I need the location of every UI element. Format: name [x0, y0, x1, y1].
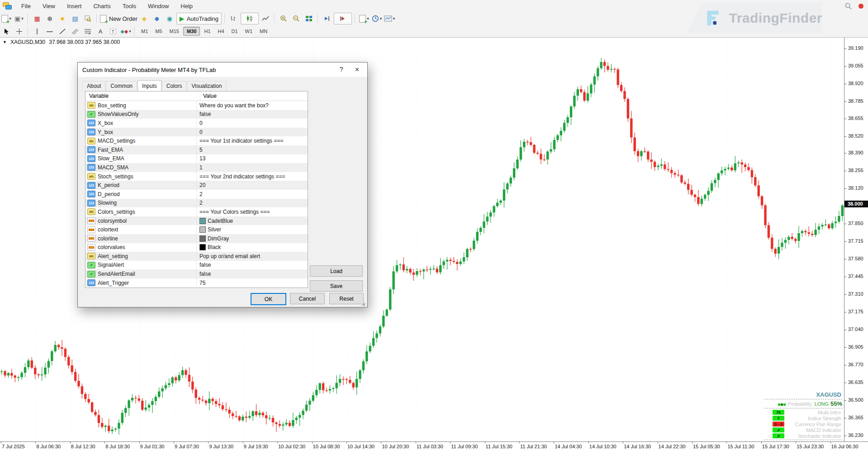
- channel-button[interactable]: [69, 26, 81, 37]
- metaeditor-button[interactable]: ◈: [138, 13, 150, 24]
- param-value[interactable]: DimGray: [196, 234, 308, 243]
- param-row-alert_trigger[interactable]: 123Alert_Trigger75: [85, 278, 308, 288]
- line-chart-button[interactable]: [260, 13, 271, 24]
- param-row-colors_settings[interactable]: abColors_settings=== Your Colors setting…: [85, 207, 308, 216]
- price-axis[interactable]: 39.19039.05538.92038.78538.65538.52038.3…: [844, 37, 868, 441]
- save-button[interactable]: Save: [310, 280, 363, 292]
- param-value[interactable]: 2: [196, 190, 308, 199]
- param-row-alert_setting[interactable]: abAlert_settingPop up or/and email alert: [85, 252, 308, 261]
- new-chart-button[interactable]: ▾: [0, 13, 12, 24]
- zoom-out-button[interactable]: [290, 13, 302, 24]
- auto-scroll-button[interactable]: [321, 13, 333, 24]
- param-value[interactable]: 2: [196, 199, 308, 208]
- load-button[interactable]: Load: [310, 265, 363, 277]
- param-row-stoch_settings[interactable]: abStoch_settings=== Your 2nd indicator s…: [85, 172, 308, 181]
- param-value[interactable]: 13: [196, 154, 308, 163]
- profiles-button[interactable]: ▣▾: [13, 13, 25, 24]
- param-row-d_period[interactable]: 123D_period2: [85, 190, 308, 199]
- param-row-colorvalues[interactable]: colorvaluesBlack: [85, 243, 308, 252]
- param-value[interactable]: 20: [196, 181, 308, 190]
- menu-item-view[interactable]: View: [37, 1, 61, 11]
- chart-symbol-label[interactable]: ▼ XAGUSD,M30 37.968 38.003 37.965 38.000: [3, 39, 120, 45]
- param-row-signalalert[interactable]: ✓SignalAlertfalse: [85, 261, 308, 270]
- vertical-line-button[interactable]: [31, 26, 43, 37]
- tab-common[interactable]: Common: [106, 81, 137, 91]
- param-row-colortext[interactable]: colortextSilver: [85, 225, 308, 234]
- param-row-slow_ema[interactable]: 123Slow_EMA13: [85, 154, 308, 163]
- bar-chart-button[interactable]: [228, 13, 240, 24]
- param-value[interactable]: Silver: [196, 225, 308, 234]
- cancel-button[interactable]: Cancel: [290, 293, 325, 304]
- strategy-tester-button[interactable]: [82, 13, 94, 24]
- param-row-fast_ema[interactable]: 123Fast_EMA5: [85, 145, 308, 154]
- candlestick-chart-button[interactable]: [241, 13, 259, 24]
- menu-item-file[interactable]: File: [15, 1, 37, 11]
- param-value[interactable]: 75: [196, 278, 308, 288]
- param-value[interactable]: false: [196, 269, 308, 278]
- search-icon[interactable]: [844, 2, 852, 10]
- menu-item-window[interactable]: Window: [142, 1, 175, 11]
- periods-button[interactable]: ▾: [371, 13, 383, 24]
- timeframe-button-m15[interactable]: M15: [166, 27, 182, 35]
- menu-item-tools[interactable]: Tools: [117, 1, 142, 11]
- news-button[interactable]: ◉: [164, 13, 175, 24]
- param-row-k_period[interactable]: 123K_period20: [85, 181, 308, 190]
- zoom-in-button[interactable]: [278, 13, 289, 24]
- param-value[interactable]: === Your 2nd indicator settings ===: [196, 172, 308, 181]
- data-window-button[interactable]: ⊕: [44, 13, 56, 24]
- param-value[interactable]: 1: [196, 163, 308, 172]
- param-row-sendalertemail[interactable]: ✓SendAlertEmailfalse: [85, 269, 308, 278]
- timeframe-button-mn[interactable]: MN: [256, 27, 270, 35]
- fibonacci-button[interactable]: F: [82, 26, 94, 37]
- param-row-slowing[interactable]: 123Slowing2: [85, 199, 308, 208]
- reset-button[interactable]: Reset: [329, 293, 364, 304]
- tab-inputs[interactable]: Inputs: [138, 80, 161, 91]
- param-row-colorline[interactable]: colorlineDimGray: [85, 234, 308, 243]
- tile-windows-button[interactable]: [303, 13, 315, 24]
- terminal-button[interactable]: ▤: [69, 13, 81, 24]
- param-value[interactable]: false: [196, 110, 308, 119]
- indicators-button[interactable]: ▾: [358, 13, 370, 24]
- param-value[interactable]: === Your 1st indicator settings ===: [196, 136, 308, 145]
- time-axis[interactable]: 7 Jul 20258 Jul 06:308 Jul 12:308 Jul 18…: [0, 441, 868, 451]
- timeframe-button-m5[interactable]: M5: [152, 27, 165, 35]
- dialog-title-bar[interactable]: Custom Indicator - Probability Meter MT4…: [78, 62, 367, 77]
- chart-shift-button[interactable]: [334, 13, 352, 24]
- menu-item-help[interactable]: Help: [175, 1, 199, 11]
- cursor-button[interactable]: [0, 26, 12, 37]
- param-row-x_box[interactable]: 123X_box0: [85, 119, 308, 128]
- resize-grip[interactable]: ◢: [362, 302, 366, 306]
- tab-colors[interactable]: Colors: [162, 81, 187, 91]
- param-value[interactable]: false: [196, 261, 308, 270]
- autotrading-button[interactable]: ▶ AutoTrading: [176, 13, 222, 24]
- timeframe-button-w1[interactable]: W1: [242, 27, 256, 35]
- tab-visualization[interactable]: Visualization: [187, 81, 226, 91]
- timeframe-button-h4[interactable]: H4: [214, 27, 227, 35]
- menu-item-insert[interactable]: Insert: [61, 1, 88, 11]
- param-value[interactable]: Where do you want the box?: [196, 101, 308, 110]
- param-row-colorsymbol[interactable]: colorsymbolCadetBlue: [85, 216, 308, 226]
- timeframe-button-h1[interactable]: H1: [201, 27, 213, 35]
- market-watch-button[interactable]: ▦: [31, 13, 43, 24]
- menu-item-charts[interactable]: Charts: [87, 1, 116, 11]
- param-row-macd_settings[interactable]: abMACD_settings=== Your 1st indicator se…: [85, 136, 308, 145]
- tab-about[interactable]: About: [82, 81, 105, 91]
- community-button[interactable]: ☻: [151, 13, 163, 24]
- param-row-macd_sma[interactable]: 123MACD_SMA1: [85, 163, 308, 172]
- ok-button[interactable]: OK: [251, 293, 286, 305]
- new-order-button[interactable]: New Order: [100, 13, 138, 24]
- timeframe-button-d1[interactable]: D1: [228, 27, 241, 35]
- param-row-y_box[interactable]: 123Y_box0: [85, 128, 308, 137]
- param-value[interactable]: Black: [196, 243, 308, 252]
- help-button[interactable]: ?: [340, 66, 343, 74]
- param-value[interactable]: 0: [196, 128, 308, 137]
- text-label-button[interactable]: T: [107, 26, 119, 37]
- param-value[interactable]: 5: [196, 145, 308, 154]
- param-value[interactable]: CadetBlue: [196, 216, 308, 226]
- param-value[interactable]: Pop up or/and email alert: [196, 252, 308, 261]
- crosshair-button[interactable]: [13, 26, 25, 37]
- navigator-button[interactable]: ★: [57, 13, 68, 24]
- horizontal-line-button[interactable]: [44, 26, 56, 37]
- param-value[interactable]: === Your Colors settings ===: [196, 207, 308, 216]
- param-value[interactable]: 0: [196, 119, 308, 128]
